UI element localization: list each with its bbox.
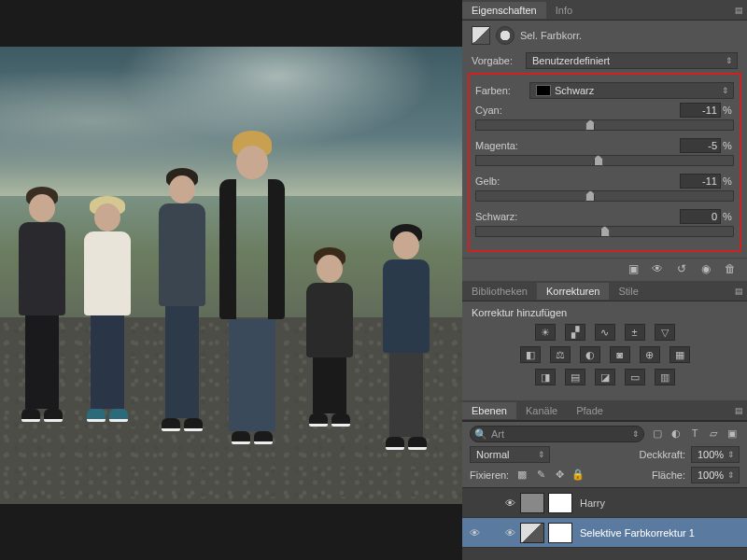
adjustments-tabs: Bibliotheken Korrekturen Stile ▤: [462, 281, 747, 301]
visibility-toggle-icon[interactable]: 👁: [466, 527, 483, 539]
slider-value-input[interactable]: -11: [680, 103, 721, 118]
tab-paths[interactable]: Pfade: [567, 402, 613, 419]
layer-mask-thumbnail[interactable]: [548, 523, 572, 543]
opacity-input[interactable]: 100%: [691, 446, 740, 463]
tab-properties[interactable]: Eigenschaften: [462, 2, 546, 19]
lookup-icon[interactable]: ▦: [669, 346, 690, 363]
mask-icon[interactable]: [496, 26, 514, 45]
adjustment-type-icon: [472, 26, 490, 45]
layer-name[interactable]: Harry: [576, 497, 743, 509]
opacity-label: Deckkraft:: [639, 449, 685, 460]
balance-icon[interactable]: ⚖: [550, 346, 571, 363]
slider-unit: %: [721, 175, 734, 187]
layer-thumbnail[interactable]: [520, 523, 544, 543]
threshold-icon[interactable]: ◪: [595, 369, 615, 385]
blend-mode-dropdown[interactable]: Normal: [470, 446, 550, 463]
view-previous-icon[interactable]: 👁: [650, 262, 665, 275]
panel-menu-icon[interactable]: ▤: [730, 6, 747, 15]
slider-label: Gelb:: [475, 175, 680, 187]
tab-adjustments[interactable]: Korrekturen: [537, 283, 609, 300]
slider-value-input[interactable]: 0: [680, 209, 721, 224]
toggle-visibility-icon[interactable]: ◉: [698, 262, 713, 275]
search-icon: 🔍: [474, 428, 487, 441]
colors-label: Farben:: [475, 85, 524, 96]
layer-filter-search[interactable]: 🔍 Art ⇕: [470, 426, 644, 442]
filter-type-icon[interactable]: T: [687, 427, 702, 441]
add-adjustment-title: Korrektur hinzufügen: [472, 307, 738, 318]
vibrance-icon[interactable]: ▽: [655, 324, 675, 341]
preset-dropdown[interactable]: Benutzerdefiniert: [526, 52, 738, 69]
lock-transparent-icon[interactable]: ▩: [514, 469, 529, 482]
slider-thumb[interactable]: [585, 119, 595, 131]
layer-mask-thumbnail[interactable]: [548, 493, 572, 513]
filter-adjust-icon[interactable]: ◐: [669, 427, 684, 441]
fill-label: Fläche:: [652, 469, 685, 481]
slider-unit: %: [721, 140, 734, 151]
photo-filter-icon[interactable]: ◙: [610, 346, 630, 363]
slider-unit: %: [721, 211, 734, 222]
colors-dropdown[interactable]: Schwarz: [529, 82, 734, 99]
layer-row[interactable]: 👁 Harry: [462, 488, 747, 518]
selective-icon[interactable]: ▥: [655, 369, 675, 385]
invert-icon[interactable]: ◨: [535, 369, 556, 385]
tab-libraries[interactable]: Bibliotheken: [462, 283, 537, 300]
lock-move-icon[interactable]: ✥: [552, 469, 567, 482]
slider-track[interactable]: [475, 190, 734, 202]
filter-shape-icon[interactable]: ▱: [706, 427, 721, 441]
brightness-icon[interactable]: ☀: [535, 324, 556, 341]
effects-icon[interactable]: 👁: [503, 497, 516, 509]
layer-name[interactable]: Selektive Farbkorrektur 1: [576, 527, 743, 539]
curves-icon[interactable]: ∿: [595, 324, 615, 341]
lock-paint-icon[interactable]: ✎: [533, 469, 548, 482]
tab-info[interactable]: Info: [546, 2, 582, 19]
slider-label: Schwarz:: [475, 211, 680, 222]
reset-icon[interactable]: ↺: [674, 262, 689, 275]
slider-unit: %: [721, 105, 734, 116]
slider-thumb[interactable]: [585, 190, 595, 202]
slider-label: Magenta:: [475, 140, 680, 151]
posterize-icon[interactable]: ▤: [565, 369, 585, 385]
mixer-icon[interactable]: ⊕: [640, 346, 660, 363]
effects-icon[interactable]: 👁: [503, 527, 516, 539]
slider-label: Cyan:: [475, 105, 680, 116]
lock-label: Fixieren:: [470, 469, 509, 481]
slider-thumb[interactable]: [594, 155, 603, 166]
delete-adjustment-icon[interactable]: 🗑: [723, 262, 738, 275]
bw-icon[interactable]: ◐: [580, 346, 600, 363]
fill-input[interactable]: 100%: [691, 467, 740, 483]
tab-channels[interactable]: Kanäle: [516, 402, 567, 419]
document-canvas[interactable]: [0, 0, 462, 560]
hue-icon[interactable]: ◧: [520, 346, 541, 363]
tab-layers[interactable]: Ebenen: [462, 402, 516, 419]
clip-to-layer-icon[interactable]: ▣: [626, 262, 641, 275]
levels-icon[interactable]: ▞: [565, 324, 585, 341]
highlighted-region: Farben: Schwarz Cyan: -11 % Magenta: -5 …: [468, 73, 741, 252]
adjustment-title: Sel. Farbkorr.: [520, 30, 582, 41]
properties-footer: ▣ 👁 ↺ ◉ 🗑: [462, 258, 747, 281]
slider-value-input[interactable]: -11: [680, 174, 721, 189]
layer-thumbnail[interactable]: [520, 493, 544, 513]
slider-track[interactable]: [475, 155, 734, 166]
photo-preview: [0, 47, 462, 504]
filter-image-icon[interactable]: ▢: [650, 427, 665, 441]
slider-value-input[interactable]: -5: [680, 138, 721, 153]
tab-styles[interactable]: Stile: [609, 283, 647, 300]
slider-track[interactable]: [475, 119, 734, 131]
panel-menu-icon[interactable]: ▤: [730, 287, 747, 296]
slider-thumb[interactable]: [600, 226, 610, 237]
slider-track[interactable]: [475, 226, 734, 237]
properties-tabs: Eigenschaften Info ▤: [462, 0, 747, 21]
layer-row[interactable]: 👁 👁 Selektive Farbkorrektur 1: [462, 518, 747, 548]
exposure-icon[interactable]: ±: [625, 324, 645, 341]
layer-list[interactable]: 👁 Harry👁 👁 Selektive Farbkorrektur 1: [462, 487, 747, 560]
filter-smart-icon[interactable]: ▣: [725, 427, 740, 441]
panel-menu-icon[interactable]: ▤: [730, 406, 747, 415]
layers-tabs: Ebenen Kanäle Pfade ▤: [462, 400, 747, 421]
gradient-map-icon[interactable]: ▭: [625, 369, 645, 385]
lock-all-icon[interactable]: 🔒: [571, 469, 585, 482]
preset-label: Vorgabe:: [472, 55, 520, 66]
color-swatch: [536, 85, 551, 96]
